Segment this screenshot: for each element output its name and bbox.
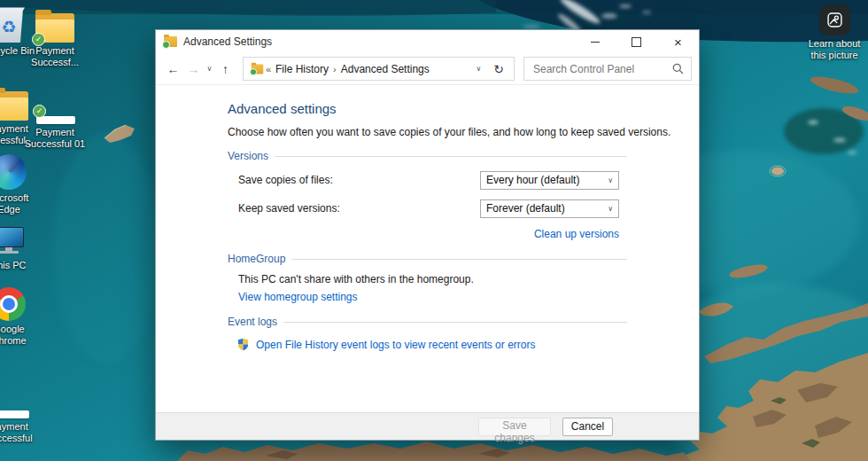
learn-about-label: Learn about this picture bbox=[802, 38, 866, 61]
open-event-logs-link[interactable]: Open File History event logs to view rec… bbox=[256, 339, 535, 351]
microsoft-edge-icon bbox=[0, 154, 27, 190]
homegroup-message: This PC can't share with others in the h… bbox=[228, 273, 699, 285]
up-icon: ↑ bbox=[222, 62, 229, 76]
address-dropdown-button[interactable]: ∨ bbox=[469, 65, 488, 73]
this-pc-icon bbox=[0, 222, 27, 257]
footer-bar: Save changes Cancel bbox=[156, 412, 699, 440]
learn-about-picture[interactable]: Learn about this picture bbox=[802, 4, 866, 61]
desktop-icon-label: Payment Successf... bbox=[23, 45, 87, 68]
window-title: Advanced Settings bbox=[183, 35, 272, 48]
address-bar[interactable]: « File History › Advanced Settings ∨ ↻ bbox=[243, 57, 515, 81]
forward-button[interactable]: → bbox=[183, 62, 204, 76]
close-icon: × bbox=[674, 35, 682, 49]
page-description: Choose how often you want to save copies… bbox=[228, 126, 699, 138]
recent-locations-button[interactable]: ∨ bbox=[204, 65, 216, 73]
file-icon: ✓ bbox=[0, 399, 29, 418]
maximize-icon bbox=[632, 37, 641, 47]
desktop-icon-label: This PC bbox=[0, 260, 41, 271]
search-input[interactable] bbox=[531, 62, 672, 76]
desktop-icon-microsoft-edge[interactable]: Microsoft Edge bbox=[0, 151, 41, 215]
breadcrumb-collapse[interactable]: « bbox=[264, 64, 273, 74]
chevron-down-icon: ∨ bbox=[206, 65, 212, 73]
versions-group-header: Versions bbox=[228, 150, 627, 162]
event-logs-group-header: Event logs bbox=[228, 316, 627, 328]
recycle-bin-icon: ♻ bbox=[0, 5, 25, 43]
desktop-icon-this-pc[interactable]: This PC bbox=[0, 218, 41, 271]
up-button[interactable]: ↑ bbox=[215, 62, 236, 76]
desktop: ♻ Recycle Bin ✓ Payment Successf... ✓ Pa… bbox=[0, 0, 868, 461]
breadcrumb-file-history[interactable]: File History bbox=[273, 63, 331, 75]
page-title: Advanced settings bbox=[228, 101, 699, 116]
desktop-icon-payment-successful-file[interactable]: ✓ Payment Successful bbox=[0, 379, 41, 444]
desktop-icon-label: Payment Successful 01 bbox=[23, 127, 87, 150]
file-history-app-icon bbox=[164, 36, 177, 47]
search-box bbox=[523, 57, 692, 81]
back-button[interactable]: ← bbox=[163, 62, 183, 76]
desktop-icon-label: Payment Successful bbox=[0, 421, 41, 444]
desktop-icon-payment-successful-01[interactable]: ✓ Payment Successful 01 bbox=[23, 85, 87, 150]
forward-icon: → bbox=[187, 62, 199, 76]
save-copies-label: Save copies of files: bbox=[238, 174, 333, 186]
save-copies-dropdown[interactable]: Every hour (default) ∨ bbox=[480, 171, 619, 190]
google-chrome-icon bbox=[0, 287, 26, 321]
navigation-toolbar: ← → ∨ ↑ « File History › Advanced Settin… bbox=[156, 53, 699, 85]
clean-up-versions-link[interactable]: Clean up versions bbox=[534, 228, 619, 240]
chevron-down-icon: ∨ bbox=[608, 205, 613, 213]
keep-versions-label: Keep saved versions: bbox=[238, 202, 340, 215]
desktop-icon-label: Microsoft Edge bbox=[0, 192, 41, 215]
search-icon[interactable] bbox=[672, 63, 684, 74]
chevron-down-icon: ∨ bbox=[608, 176, 613, 184]
chevron-down-icon: ∨ bbox=[476, 65, 481, 73]
file-icon: ✓ bbox=[35, 105, 75, 124]
minimize-button[interactable] bbox=[574, 30, 616, 53]
cancel-button[interactable]: Cancel bbox=[562, 418, 613, 436]
synced-check-icon: ✓ bbox=[32, 33, 45, 46]
folder-icon: ✓ bbox=[35, 13, 74, 43]
maximize-button[interactable] bbox=[616, 30, 657, 53]
advanced-settings-window: Advanced Settings × ← → ∨ ↑ « File Histo… bbox=[155, 29, 700, 441]
view-homegroup-settings-link[interactable]: View homegroup settings bbox=[238, 291, 358, 303]
keep-versions-dropdown[interactable]: Forever (default) ∨ bbox=[480, 199, 619, 218]
save-changes-button[interactable]: Save changes bbox=[478, 418, 551, 436]
breadcrumb-advanced-settings[interactable]: Advanced Settings bbox=[338, 63, 432, 75]
close-button[interactable]: × bbox=[657, 30, 699, 53]
uac-shield-icon bbox=[236, 338, 250, 351]
homegroup-group-header: HomeGroup bbox=[228, 253, 627, 265]
title-bar: Advanced Settings × bbox=[156, 30, 699, 53]
breadcrumb-separator-icon: › bbox=[331, 64, 338, 74]
settings-content: Advanced settings Choose how often you w… bbox=[156, 85, 699, 351]
picture-icon bbox=[819, 4, 850, 35]
save-copies-row: Save copies of files: Every hour (defaul… bbox=[228, 169, 627, 191]
synced-check-icon: ✓ bbox=[33, 105, 46, 118]
desktop-icon-google-chrome[interactable]: Google Chrome bbox=[0, 282, 41, 347]
file-history-location-icon bbox=[252, 64, 264, 74]
refresh-icon: ↻ bbox=[493, 62, 504, 76]
desktop-icon-payment-successf[interactable]: ✓ Payment Successf... bbox=[23, 4, 87, 68]
minimize-icon bbox=[591, 42, 600, 43]
keep-versions-row: Keep saved versions: Forever (default) ∨ bbox=[228, 198, 627, 219]
refresh-button[interactable]: ↻ bbox=[488, 62, 509, 76]
back-icon: ← bbox=[167, 62, 179, 76]
desktop-icon-label: Google Chrome bbox=[0, 324, 41, 347]
